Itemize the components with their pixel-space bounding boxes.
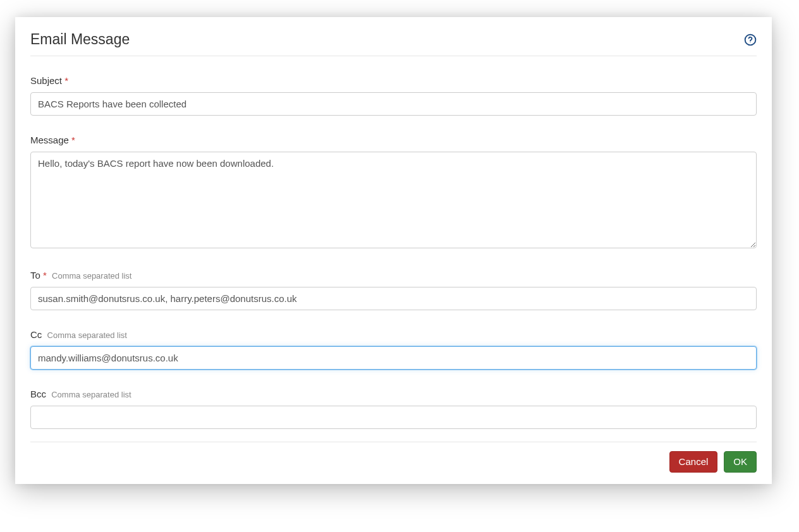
email-message-dialog: Email Message Subject * Message * To * C… bbox=[15, 17, 772, 484]
bcc-hint: Comma separated list bbox=[51, 390, 131, 399]
cc-label-text: Cc bbox=[30, 329, 42, 340]
cc-input[interactable] bbox=[30, 346, 757, 370]
message-label-text: Message bbox=[30, 135, 69, 145]
bcc-group: Bcc Comma separated list bbox=[30, 389, 757, 429]
svg-point-1 bbox=[750, 42, 751, 43]
message-group: Message * bbox=[30, 135, 757, 251]
required-mark: * bbox=[71, 135, 75, 145]
to-input[interactable] bbox=[30, 287, 757, 310]
cc-hint: Comma separated list bbox=[47, 330, 127, 340]
subject-label: Subject * bbox=[30, 75, 757, 86]
bcc-input[interactable] bbox=[30, 406, 757, 429]
bcc-label: Bcc Comma separated list bbox=[30, 389, 757, 399]
ok-button[interactable]: OK bbox=[724, 451, 757, 473]
to-label-text: To bbox=[30, 270, 40, 281]
subject-group: Subject * bbox=[30, 75, 757, 116]
to-label: To * Comma separated list bbox=[30, 270, 757, 281]
message-label: Message * bbox=[30, 135, 757, 145]
to-hint: Comma separated list bbox=[52, 271, 131, 281]
cancel-button[interactable]: Cancel bbox=[669, 451, 718, 473]
dialog-header: Email Message bbox=[30, 31, 757, 56]
required-mark: * bbox=[64, 75, 68, 86]
subject-input[interactable] bbox=[30, 92, 757, 116]
to-group: To * Comma separated list bbox=[30, 270, 757, 310]
bcc-label-text: Bcc bbox=[30, 389, 46, 399]
dialog-footer: Cancel OK bbox=[30, 442, 757, 473]
cc-label: Cc Comma separated list bbox=[30, 329, 757, 340]
dialog-title: Email Message bbox=[30, 31, 130, 48]
cc-group: Cc Comma separated list bbox=[30, 329, 757, 370]
message-textarea[interactable] bbox=[30, 152, 757, 248]
required-mark: * bbox=[43, 270, 47, 281]
subject-label-text: Subject bbox=[30, 75, 62, 86]
help-icon[interactable] bbox=[744, 33, 757, 46]
